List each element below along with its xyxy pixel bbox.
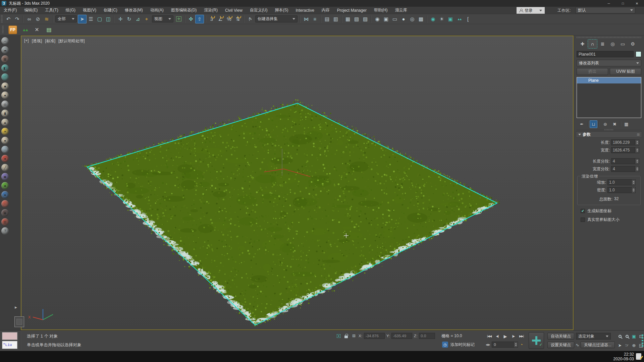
- menu-views[interactable]: 视图(V): [79, 7, 100, 14]
- statusbar-edge-grip[interactable]: [642, 335, 643, 347]
- checkbox-real-world-map-size[interactable]: 真实世界贴图大小: [581, 217, 644, 223]
- menu-content[interactable]: 内容: [318, 7, 333, 14]
- camera-button[interactable]: ▣: [446, 15, 455, 23]
- param-density-spinner[interactable]: [632, 187, 636, 193]
- dock-cloud-icon[interactable]: ☁: [1, 46, 9, 54]
- spinner-snap-button[interactable]: ⇅: [233, 15, 242, 23]
- auto-key-button[interactable]: 自动关键点: [547, 333, 574, 340]
- named-selection-dropdown[interactable]: 创建选择集: [255, 15, 298, 22]
- absolute-offset-toggle[interactable]: ⊞: [351, 333, 357, 339]
- dock-sun-icon[interactable]: ☀: [1, 128, 9, 135]
- zoom-extents-button[interactable]: ▣: [631, 332, 637, 341]
- dock-blue-sphere-icon[interactable]: ●: [1, 191, 9, 198]
- unlink-selection-button[interactable]: ⊘: [34, 15, 42, 23]
- previous-frame-button[interactable]: ◀|: [494, 333, 501, 340]
- menu-scripting[interactable]: 脚本(S): [271, 7, 292, 14]
- dock-square-icon[interactable]: ■: [1, 82, 9, 90]
- next-frame-button[interactable]: |▶: [510, 333, 517, 340]
- keyboard-override-button[interactable]: ⇧: [195, 15, 204, 23]
- reference-coordinate-dropdown[interactable]: 视图: [152, 15, 173, 22]
- material-editor-button[interactable]: ◉: [373, 15, 382, 23]
- select-and-link-button[interactable]: ∞: [25, 15, 34, 23]
- rectangular-selection-button[interactable]: ▢: [95, 15, 104, 23]
- scene-explorer-button[interactable]: ▤: [323, 15, 331, 23]
- add-time-tag[interactable]: ◷ 添加时间标记: [442, 342, 475, 348]
- select-and-manipulate-button[interactable]: ✜: [186, 15, 195, 23]
- mini-dock-window[interactable]: [14, 316, 24, 327]
- edit-named-selections-button[interactable]: {✎: [246, 15, 254, 23]
- select-and-rotate-button[interactable]: ↻: [125, 15, 133, 23]
- tab-hierarchy[interactable]: ≣: [598, 40, 607, 48]
- zoom-all-button[interactable]: [624, 332, 630, 341]
- select-by-name-button[interactable]: ☰: [87, 15, 95, 23]
- viewport-menu-shading[interactable]: [默认明暗处理]: [58, 38, 85, 44]
- maximize-button[interactable]: □: [616, 0, 630, 7]
- workspace-dropdown[interactable]: 默认: [576, 7, 635, 13]
- remove-modifier-button[interactable]: ✖: [611, 120, 619, 128]
- tab-display[interactable]: ▭: [618, 40, 627, 48]
- checkbox-generate-mapping-coords[interactable]: ✔生成贴图坐标: [581, 208, 644, 214]
- param-scale-spinner[interactable]: [632, 179, 636, 185]
- minimize-button[interactable]: ─: [602, 0, 616, 7]
- dock-watering-can-icon[interactable]: ◧: [1, 64, 9, 72]
- zoom-button[interactable]: [616, 332, 623, 341]
- render-production-button[interactable]: ●: [399, 15, 408, 23]
- frame-spinner[interactable]: [514, 342, 518, 348]
- toolbar-grip[interactable]: [2, 26, 4, 34]
- zoom-region-button[interactable]: ➤: [616, 341, 623, 350]
- param-scale-field[interactable]: 1.0: [607, 179, 632, 185]
- current-frame-field[interactable]: 0: [492, 342, 514, 348]
- dock-red-box-icon[interactable]: ▥: [1, 218, 9, 226]
- dock-cluster-icon[interactable]: ∴: [1, 146, 9, 153]
- menu-liuyunku[interactable]: 溜云库: [391, 7, 411, 14]
- set-keys-button[interactable]: ✓: [529, 332, 544, 349]
- light-button[interactable]: ◉: [429, 15, 437, 23]
- object-color-swatch[interactable]: [636, 51, 641, 57]
- use-pivot-center-button[interactable]: ✛: [174, 15, 183, 23]
- render-iterative-button[interactable]: ◎: [408, 15, 417, 23]
- param-length-segs-field[interactable]: 4: [611, 158, 635, 164]
- select-and-scale-button[interactable]: ⊿: [133, 15, 142, 23]
- percent-snap-button[interactable]: %: [225, 15, 233, 23]
- dock-plant-icon[interactable]: ♣: [1, 182, 9, 189]
- param-length-segs-spinner[interactable]: [635, 158, 639, 164]
- dock-cone-icon[interactable]: ▲: [1, 119, 9, 126]
- stack-item-plane[interactable]: Plane: [577, 77, 641, 83]
- list-plugin-button[interactable]: ▤: [45, 25, 53, 34]
- tools-plugin-button[interactable]: ✕: [33, 25, 41, 34]
- configure-modifier-sets-button[interactable]: ▦: [623, 120, 630, 128]
- modifier-list-dropdown[interactable]: 修改器列表: [577, 60, 641, 66]
- select-object-button[interactable]: ➤: [78, 15, 87, 23]
- notes-tray-icon[interactable]: [636, 353, 641, 360]
- menu-civil-view[interactable]: Civil View: [221, 7, 246, 14]
- rendered-frame-button[interactable]: ▭: [390, 15, 399, 23]
- redo-button[interactable]: ↷: [13, 15, 21, 23]
- dock-sphere-icon[interactable]: ●: [1, 92, 9, 99]
- menu-tools[interactable]: 工具(T): [41, 7, 62, 14]
- menu-modifiers[interactable]: 修改器(M): [121, 7, 147, 14]
- z-coordinate-field[interactable]: 0.0: [419, 333, 435, 339]
- system-clock[interactable]: 22:32 2020-09-03: [613, 352, 634, 361]
- dock-cylinder-icon[interactable]: ▮: [1, 110, 9, 117]
- tab-motion[interactable]: ◎: [608, 40, 617, 48]
- dock-spray-icon[interactable]: ∵: [1, 73, 9, 81]
- menu-create[interactable]: 创建(C): [100, 7, 121, 14]
- tab-modify[interactable]: ∩: [588, 40, 597, 48]
- key-filter-curve-icon[interactable]: ∿: [576, 343, 579, 348]
- dock-dots-icon[interactable]: ∷: [1, 200, 9, 207]
- ribbon-toggle-button[interactable]: ▦: [343, 15, 352, 23]
- param-length-spinner[interactable]: [635, 139, 639, 145]
- isolate-selection-toggle[interactable]: [335, 333, 341, 339]
- menu-group[interactable]: 组(G): [62, 7, 79, 14]
- bind-to-space-warp-button[interactable]: ≋: [42, 15, 51, 23]
- param-width-segs-spinner[interactable]: [635, 166, 639, 172]
- menu-edit[interactable]: 编辑(E): [20, 7, 41, 14]
- pan-button[interactable]: ☞: [624, 341, 630, 350]
- trees-plugin-button[interactable]: ▲▲: [20, 25, 29, 34]
- maxscript-mini-listener-pink[interactable]: [2, 332, 17, 340]
- selection-scope-dropdown[interactable]: 选定对象: [576, 333, 611, 340]
- parameters-rollout-header[interactable]: 参数 ⊞: [576, 131, 642, 138]
- param-length-field[interactable]: 1806.229: [611, 139, 635, 145]
- align-button[interactable]: ≡: [311, 15, 319, 23]
- select-and-move-button[interactable]: ✛: [116, 15, 125, 23]
